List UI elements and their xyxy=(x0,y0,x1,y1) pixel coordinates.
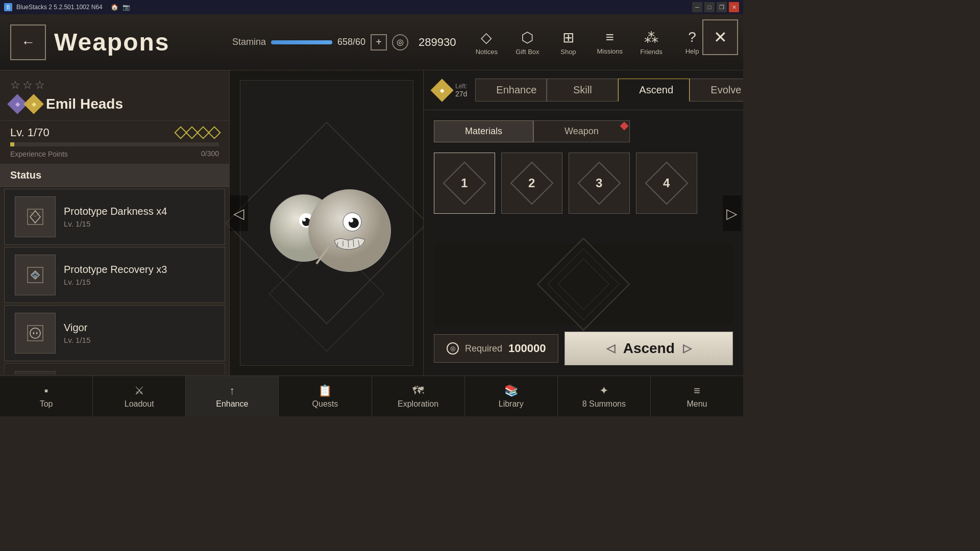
target-icon: ◎ xyxy=(392,34,408,51)
skill-list: Prototype Darkness x4 Lv. 1/15 Prototype… xyxy=(0,187,229,374)
exploration-nav-icon: 🗺 xyxy=(412,384,424,397)
top-nav: ◇ Notices ⬡ Gift Box ⊞ Shop ≡ Missions ⁂… xyxy=(466,25,743,60)
library-nav-icon: 📚 xyxy=(504,384,518,397)
prototype-darkness-icon xyxy=(15,196,56,237)
maximize-button[interactable]: □ xyxy=(704,2,715,12)
notices-icon: ◇ xyxy=(481,29,492,46)
close-window-button[interactable]: ✕ xyxy=(729,2,739,12)
ascend-right-arrow: ▷ xyxy=(683,342,692,355)
bottom-nav-quests[interactable]: 📋 Quests xyxy=(279,376,372,416)
ascension-slot-4[interactable]: 4 xyxy=(636,153,697,214)
loadout-nav-label: Loadout xyxy=(125,399,154,409)
enhance-nav-label: Enhance xyxy=(216,399,248,409)
svg-point-19 xyxy=(349,218,353,222)
nav-arrow-left[interactable]: ◁ xyxy=(230,195,248,231)
material-tabs: Materials Weapon xyxy=(424,110,743,142)
skill-info-vigor: Vigor Lv. 1/15 xyxy=(64,322,214,344)
header-left: ← Weapons xyxy=(0,24,222,60)
subtab-weapon[interactable]: Weapon xyxy=(533,120,630,142)
tab-ascend[interactable]: Ascend xyxy=(618,79,690,102)
required-box: ◎ Required 100000 xyxy=(434,334,558,363)
stamina-label: Stamina xyxy=(232,37,266,47)
exp-value: 0/300 xyxy=(201,149,219,158)
shop-icon: ⊞ xyxy=(562,29,574,46)
nav-giftbox[interactable]: ⬡ Gift Box xyxy=(507,25,548,60)
help-label: Help xyxy=(685,47,699,55)
exp-bar xyxy=(10,142,219,146)
nav-shop[interactable]: ⊞ Shop xyxy=(548,25,589,60)
skill-item-toughness[interactable]: Toughness Lv. 1/15 xyxy=(4,363,225,374)
level-text: Lv. 1/70 xyxy=(10,126,50,139)
skill-item-vigor[interactable]: Vigor Lv. 1/15 xyxy=(4,305,225,361)
weapon-display-area xyxy=(434,244,733,324)
weapon-svg xyxy=(255,146,398,299)
currency-value: 289930 xyxy=(419,36,456,49)
weapon-image-frame xyxy=(240,80,413,366)
weapon-subtab-diamond xyxy=(620,122,628,131)
ascension-slot-1[interactable]: 1 xyxy=(434,153,495,214)
back-button[interactable]: ← xyxy=(10,24,46,60)
skill-item-prototype-recovery[interactable]: Prototype Recovery x3 Lv. 1/15 xyxy=(4,247,225,303)
top-nav-label: Top xyxy=(40,399,53,409)
restore-button[interactable]: ❐ xyxy=(717,2,727,12)
vigor-icon xyxy=(15,313,56,354)
ascension-slot-3[interactable]: 3 xyxy=(569,153,630,214)
home-icon[interactable]: 🏠 xyxy=(111,4,118,11)
nav-notices[interactable]: ◇ Notices xyxy=(466,25,507,60)
bottom-nav-loadout[interactable]: ⚔ Loadout xyxy=(93,376,186,416)
exp-bar-fill xyxy=(10,142,14,146)
exploration-nav-label: Exploration xyxy=(398,399,438,409)
bottom-nav: ▪ Top ⚔ Loadout ↑ Enhance 📋 Quests 🗺 Exp… xyxy=(0,375,743,416)
nav-arrow-right[interactable]: ▷ xyxy=(723,195,741,231)
bottom-nav-summons[interactable]: ✦ 8 Summons xyxy=(558,376,651,416)
library-nav-label: Library xyxy=(499,399,524,409)
weapon-info-header: ☆ ☆ ☆ ◆ ◆ Emil Heads xyxy=(0,70,229,121)
subtab-materials[interactable]: Materials xyxy=(434,120,533,142)
level-diamonds xyxy=(176,128,219,137)
skill-item-prototype-darkness[interactable]: Prototype Darkness x4 Lv. 1/15 xyxy=(4,189,225,245)
minimize-button[interactable]: ─ xyxy=(692,2,702,12)
tab-evolve[interactable]: Evolve xyxy=(690,79,743,102)
ascension-slot-2[interactable]: 2 xyxy=(501,153,562,214)
bottom-nav-menu[interactable]: ≡ Menu xyxy=(651,376,743,416)
app-title: BlueStacks 2 5.2.501.1002 N64 xyxy=(16,4,103,11)
right-panel: ◆ Left: 27d Enhance Skill Ascend Evolve … xyxy=(424,70,743,375)
weapon-stars: ☆ ☆ ☆ xyxy=(10,79,219,92)
shop-label: Shop xyxy=(560,48,576,56)
game-close-button[interactable]: ✕ xyxy=(702,19,738,55)
stamina-area: Stamina 658/60 + ◎ 289930 xyxy=(222,34,467,51)
quests-nav-label: Quests xyxy=(312,399,338,409)
bottom-nav-library[interactable]: 📚 Library xyxy=(465,376,558,416)
bottom-nav-exploration[interactable]: 🗺 Exploration xyxy=(372,376,465,416)
skill-level-prototype-recovery: Lv. 1/15 xyxy=(64,278,214,286)
skill-level-prototype-darkness: Lv. 1/15 xyxy=(64,219,214,228)
tab-enhance[interactable]: Enhance xyxy=(475,79,547,102)
svg-marker-27 xyxy=(548,248,619,320)
stamina-plus-button[interactable]: + xyxy=(371,34,387,51)
game-header: ← Weapons Stamina 658/60 + ◎ 289930 ◇ No… xyxy=(0,14,743,70)
exp-row: Experience Points 0/300 xyxy=(10,149,219,159)
svg-rect-5 xyxy=(34,275,37,278)
bottom-nav-enhance[interactable]: ↑ Enhance xyxy=(186,376,279,416)
giftbox-icon: ⬡ xyxy=(521,29,533,46)
page-title: Weapons xyxy=(54,28,169,56)
prototype-recovery-icon xyxy=(15,255,56,295)
title-bar: B BlueStacks 2 5.2.501.1002 N64 🏠 📷 ─ □ … xyxy=(0,0,743,14)
missions-icon: ≡ xyxy=(606,29,614,45)
star-3: ☆ xyxy=(35,79,45,92)
tab-skill[interactable]: Skill xyxy=(547,79,618,102)
skill-name-vigor: Vigor xyxy=(64,322,214,334)
bottom-nav-top[interactable]: ▪ Top xyxy=(0,376,93,416)
top-nav-icon: ▪ xyxy=(44,384,48,397)
star-2: ☆ xyxy=(22,79,33,92)
left-panel: ☆ ☆ ☆ ◆ ◆ Emil Heads Lv. 1/70 xyxy=(0,70,230,375)
skill-name-prototype-recovery: Prototype Recovery x3 xyxy=(64,264,214,276)
stamina-bar-fill xyxy=(271,40,332,44)
skill-level-vigor: Lv. 1/15 xyxy=(64,336,214,344)
nav-friends[interactable]: ⁂ Friends xyxy=(631,25,672,60)
ascend-button[interactable]: ◁ Ascend ▷ xyxy=(565,332,733,365)
capture-icon[interactable]: 📷 xyxy=(122,4,130,11)
toughness-icon xyxy=(15,371,56,374)
level-diamond-4 xyxy=(208,126,220,139)
nav-missions[interactable]: ≡ Missions xyxy=(589,25,631,59)
